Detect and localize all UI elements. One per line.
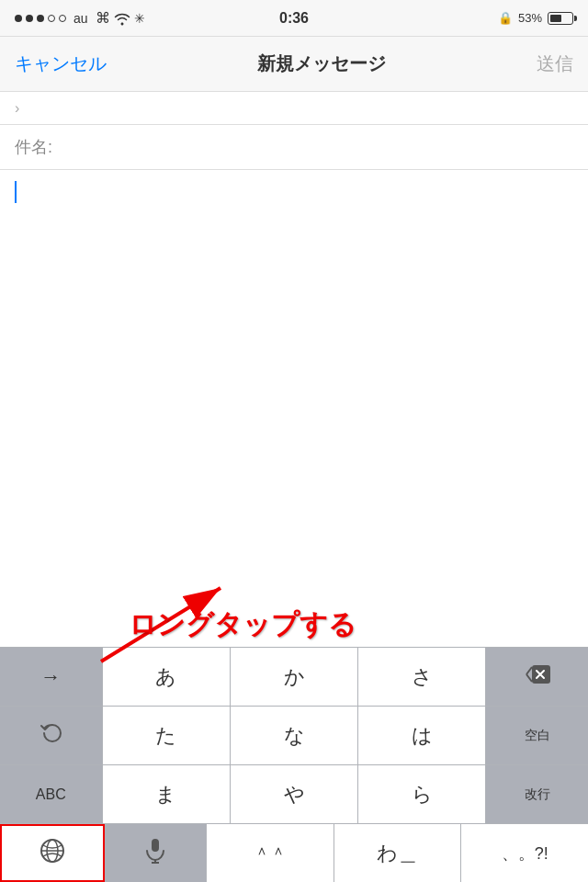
key-ra[interactable]: ら (358, 765, 486, 823)
wifi-icon: ⌘ (96, 9, 130, 27)
battery-percent: 53% (518, 11, 542, 25)
mic-icon (145, 838, 165, 869)
compose-area: › 件名: (0, 92, 588, 170)
body-area[interactable] (0, 170, 588, 354)
key-return[interactable]: 改行 (486, 765, 588, 823)
activity-icon: ✳ (134, 11, 145, 26)
globe-icon (40, 838, 65, 869)
key-punctuation[interactable]: 、。?! (461, 824, 588, 882)
key-wa[interactable]: わ＿ (334, 824, 462, 882)
key-mic[interactable] (105, 824, 207, 882)
key-ta[interactable]: た (103, 707, 231, 764)
keyboard-row-3: ABC ま や ら 改行 (0, 764, 588, 823)
signal-dot-1 (15, 15, 22, 22)
keyboard-row-1: → あ か さ (0, 647, 588, 706)
key-globe[interactable] (0, 824, 105, 882)
carrier-label: au (74, 11, 88, 26)
to-field-row[interactable]: › (0, 92, 588, 125)
key-sa[interactable]: さ (358, 648, 486, 706)
status-bar: au ⌘ ✳ 0:36 🔒 53% (0, 0, 588, 37)
delete-icon (524, 664, 551, 690)
key-next[interactable]: → (0, 648, 103, 706)
undo-icon (38, 722, 63, 750)
lock-icon: 🔒 (498, 11, 513, 25)
nav-bar: キャンセル 新規メッセージ 送信 (0, 37, 588, 92)
to-chevron: › (15, 100, 19, 117)
status-time: 0:36 (279, 10, 309, 27)
key-kigou[interactable]: ＾＾ (207, 824, 334, 882)
annotation-text: ロングタップする (129, 606, 356, 644)
key-ya[interactable]: や (231, 765, 358, 823)
signal-dot-3 (37, 15, 44, 22)
battery-fill (550, 15, 561, 22)
key-ha[interactable]: は (358, 707, 486, 764)
keyboard-row-4: ＾＾ わ＿ 、。?! (0, 823, 588, 882)
signal-dot-4 (48, 15, 55, 22)
svg-rect-4 (152, 839, 159, 852)
subject-label: 件名: (15, 136, 61, 158)
key-delete[interactable] (486, 648, 588, 706)
compose-title: 新規メッセージ (257, 51, 386, 76)
key-ma[interactable]: ま (103, 765, 231, 823)
key-undo[interactable] (0, 707, 103, 764)
signal-dot-2 (26, 15, 33, 22)
key-space[interactable]: 空白 (486, 707, 588, 764)
key-ka[interactable]: か (231, 648, 358, 706)
status-right: 🔒 53% (498, 11, 573, 25)
key-abc[interactable]: ABC (0, 765, 103, 823)
keyboard-row-2: た な は 空白 (0, 706, 588, 764)
cancel-button[interactable]: キャンセル (15, 51, 107, 76)
subject-field-row[interactable]: 件名: (0, 125, 588, 170)
signal-dot-5 (59, 15, 66, 22)
key-na[interactable]: な (231, 707, 358, 764)
status-left: au ⌘ ✳ (15, 9, 145, 27)
send-button[interactable]: 送信 (537, 51, 573, 76)
text-cursor (15, 181, 17, 203)
battery-bar (548, 12, 573, 25)
keyboard[interactable]: → あ か さ (0, 647, 588, 882)
key-a[interactable]: あ (103, 648, 231, 706)
